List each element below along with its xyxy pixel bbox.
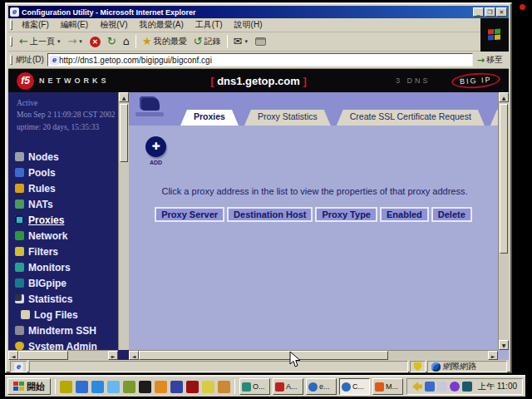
stop-button[interactable]: ✕ — [86, 36, 104, 48]
scroll-left-icon[interactable]: ◄ — [8, 351, 18, 360]
quicklaunch-icon-11[interactable] — [218, 381, 230, 393]
scroll-thumb[interactable] — [18, 351, 68, 360]
minimize-button[interactable]: _ — [473, 7, 484, 17]
task-button-1[interactable]: O... — [239, 378, 270, 395]
sidebar-item-statistics[interactable]: Statistics — [15, 293, 129, 305]
tray-icon-4[interactable] — [450, 382, 460, 392]
sidebar-item-nats[interactable]: NATs — [15, 199, 129, 210]
task-button-3[interactable]: e... — [306, 378, 337, 395]
status-message-pane — [29, 361, 408, 372]
status-zone-pane: 網際網路 — [427, 361, 507, 372]
sidebar-vertical-scrollbar[interactable]: ▲ — [118, 92, 129, 350]
task-icon — [242, 382, 251, 392]
menu-file[interactable]: 檔案(F) — [16, 18, 55, 32]
quicklaunch-icon-3[interactable] — [91, 381, 104, 393]
start-button[interactable]: 開始 — [7, 378, 51, 395]
forward-dropdown-icon[interactable]: ▾ — [78, 38, 83, 45]
mail-dropdown-icon[interactable]: ▾ — [244, 38, 249, 45]
scroll-thumb[interactable] — [500, 104, 508, 254]
tray-icon-5[interactable] — [462, 382, 472, 392]
sidebar-item-mindterm-ssh[interactable]: Mindterm SSH — [15, 325, 129, 337]
task-button-5[interactable]: M... — [372, 378, 403, 395]
menu-view[interactable]: 檢視(V) — [94, 18, 133, 32]
back-dropdown-icon[interactable]: ▾ — [57, 38, 62, 45]
tab-proxies[interactable]: Proxies — [180, 110, 239, 126]
tab-proxy-statistics[interactable]: Proxy Statistics — [244, 110, 331, 126]
go-button[interactable]: → 移至 — [473, 54, 507, 66]
status-date: Mon Sep 2 11:09:28 CST 2002 — [17, 109, 126, 121]
f5-brand-header: [ dns1.getop.com ] f5 NETWORKS 3 DNS BIG… — [8, 69, 509, 92]
tray-icon-1[interactable] — [412, 382, 422, 392]
favorites-button[interactable]: ★ 我的最愛 — [139, 35, 190, 48]
scroll-left-icon[interactable]: ◄ — [129, 351, 139, 360]
sidebar-item-bigpipe[interactable]: BIGpipe — [15, 278, 129, 289]
scroll-up-icon[interactable]: ▲ — [119, 92, 129, 102]
task-button-2[interactable]: A... — [273, 378, 303, 395]
system-status: Active Mon Sep 2 11:09:28 CST 2002 uptim… — [17, 97, 126, 133]
sidebar-item-monitors[interactable]: Monitors — [15, 262, 129, 273]
scroll-thumb[interactable] — [139, 351, 388, 360]
monitors-icon — [15, 263, 24, 272]
quicklaunch-icon-7[interactable] — [155, 381, 167, 393]
tray-icon-2[interactable] — [425, 382, 435, 392]
tab-install-ssl-certificate[interactable]: Install SSL Certif — [490, 110, 498, 126]
sidebar-item-log-files[interactable]: Log Files — [21, 309, 129, 321]
start-label: 開始 — [27, 381, 45, 393]
sidebar-item-nodes[interactable]: Nodes — [15, 151, 129, 163]
scroll-up-icon[interactable]: ▲ — [499, 92, 509, 102]
quicklaunch-icon-2[interactable] — [76, 381, 88, 393]
history-icon: ↺ — [194, 36, 203, 47]
home-button[interactable]: ⌂ — [120, 35, 133, 48]
mail-button[interactable]: ✉ ▾ — [230, 35, 252, 48]
scroll-thumb[interactable] — [120, 104, 128, 162]
menu-favorites[interactable]: 我的最愛(A) — [133, 18, 189, 32]
address-input[interactable] — [59, 56, 470, 65]
quicklaunch-icon-9[interactable] — [186, 381, 199, 393]
menu-tools[interactable]: 工具(T) — [190, 18, 229, 32]
quicklaunch-icon-5[interactable] — [123, 381, 135, 393]
history-button[interactable]: ↺ 記錄 — [190, 35, 224, 48]
add-proxy-button[interactable]: ✚ — [145, 136, 166, 157]
refresh-button[interactable]: ↻ — [104, 35, 120, 48]
sidebar-item-network[interactable]: Network — [15, 230, 129, 242]
scroll-right-icon[interactable]: ► — [488, 351, 498, 360]
sidebar-horizontal-scrollbar[interactable]: ◄ ► — [8, 350, 118, 360]
proxies-icon — [15, 215, 24, 224]
column-header-destination-host: Destination Host — [227, 207, 313, 222]
sidebar-item-pools[interactable]: Pools — [15, 167, 129, 179]
addressbar-grip[interactable] — [10, 55, 12, 65]
tab-create-ssl-certificate-request[interactable]: Create SSL Certificate Request — [337, 110, 485, 126]
back-button[interactable]: ← 上一頁 ▾ — [16, 35, 64, 48]
sidebar-item-rules[interactable]: Rules — [15, 183, 129, 195]
network-map-icon[interactable] — [135, 96, 164, 120]
address-input-wrap: e — [47, 53, 473, 66]
quicklaunch-icon-4[interactable] — [107, 381, 120, 393]
quicklaunch-icon-6[interactable] — [139, 381, 151, 393]
sidebar-item-proxies[interactable]: Proxies — [15, 214, 129, 226]
status-page-icon: e — [14, 362, 23, 372]
tray-icon-3[interactable] — [437, 382, 447, 392]
go-arrow-icon: → — [477, 55, 485, 66]
task-button-4-active[interactable]: C... — [339, 378, 370, 395]
menu-grip[interactable] — [10, 20, 12, 30]
menu-help[interactable]: 說明(H) — [229, 18, 268, 32]
title-bar[interactable]: e Configuration Utility - Microsoft Inte… — [8, 6, 509, 18]
quicklaunch-icon-1[interactable] — [60, 381, 72, 393]
main-vertical-scrollbar[interactable]: ▲ ▼ — [498, 92, 509, 350]
menu-edit[interactable]: 編輯(E) — [55, 18, 94, 32]
print-button[interactable] — [252, 37, 269, 47]
sidebar-item-filters[interactable]: Filters — [15, 246, 129, 258]
windows-start-flag-icon — [13, 382, 24, 392]
close-button[interactable]: ✕ — [496, 7, 507, 17]
taskbar-clock[interactable]: 上午 11:00 — [478, 381, 517, 392]
quicklaunch-icon-10[interactable] — [202, 381, 214, 393]
maximize-button[interactable]: ❐ — [485, 7, 495, 17]
quicklaunch-icon-8[interactable] — [170, 381, 183, 393]
status-security-pane — [410, 361, 426, 372]
forward-button[interactable]: → ▾ — [64, 35, 86, 48]
main-horizontal-scrollbar[interactable]: ◄ ► — [129, 350, 498, 360]
scroll-right-icon[interactable]: ► — [108, 351, 118, 360]
toolbar-separator — [227, 35, 228, 48]
toolbar-grip[interactable] — [10, 37, 12, 47]
scroll-down-icon[interactable]: ▼ — [499, 340, 509, 350]
